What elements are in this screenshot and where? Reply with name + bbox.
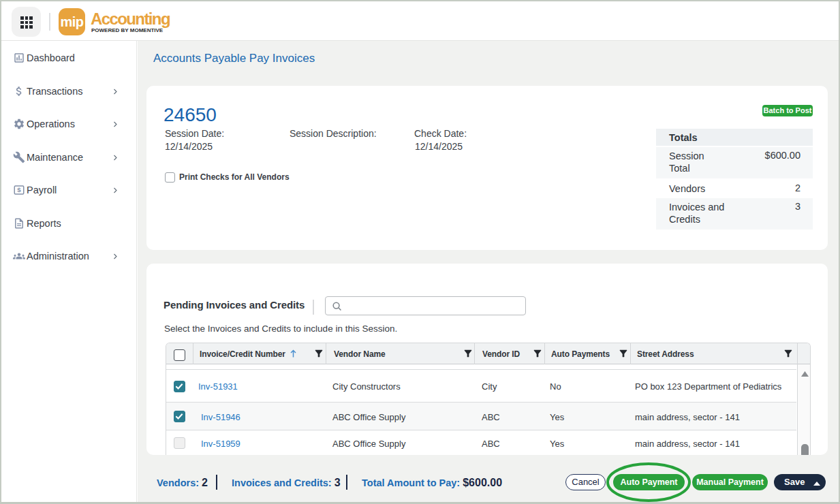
- svg-text:$: $: [17, 186, 21, 193]
